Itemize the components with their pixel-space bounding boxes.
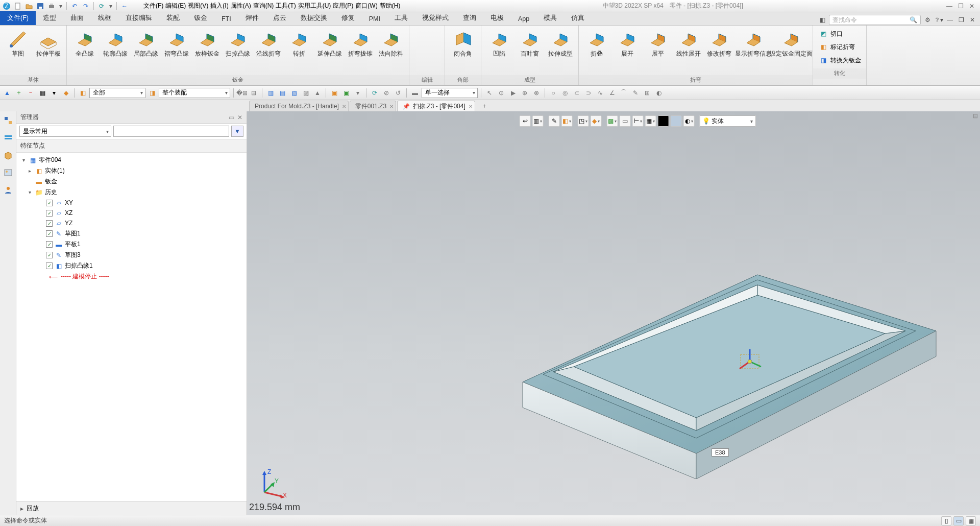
ribbon-tab[interactable]: 工具 — [387, 11, 415, 25]
filter-combo-all[interactable]: 全部 — [89, 88, 145, 98]
rail-cube-icon[interactable] — [2, 149, 14, 161]
bend-button[interactable]: 修改折弯 — [704, 28, 734, 59]
rail-layers-icon[interactable] — [2, 132, 14, 144]
tool-icon[interactable]: ∠ — [607, 88, 617, 98]
ribbon-tab[interactable]: 查询 — [456, 11, 483, 25]
ribbon-tab[interactable]: 电极 — [483, 11, 511, 25]
sheetmetal-button[interactable]: 法向除料 — [376, 28, 406, 59]
gear-icon[interactable]: ⚙ — [923, 15, 932, 25]
sb-view-icon[interactable]: ▭ — [953, 516, 964, 525]
vt-icon[interactable]: ✎ — [549, 115, 560, 127]
ribbon-tab[interactable]: 视觉样式 — [415, 11, 456, 25]
cursor-icon[interactable]: ▲ — [2, 88, 12, 98]
ribbon-tab[interactable]: 装配 — [159, 11, 187, 25]
menu-help[interactable]: 帮助(H) — [380, 2, 401, 10]
bend-button[interactable]: 线性展开 — [674, 28, 703, 59]
tool-icon[interactable]: ⌒ — [619, 88, 629, 98]
tool-icon[interactable]: ▣ — [329, 88, 339, 98]
save-icon[interactable] — [36, 2, 45, 11]
sketch-button[interactable]: 草图 — [3, 28, 33, 59]
minimize-icon[interactable]: — — [945, 2, 953, 10]
vt-icon[interactable]: ◳ — [578, 115, 589, 127]
sb-layout-icon[interactable]: ▯ — [941, 516, 951, 525]
pin-icon[interactable]: 📌 — [403, 103, 410, 110]
tool-icon[interactable]: ⊃ — [583, 88, 594, 98]
menu-app[interactable]: 应用(P) — [333, 2, 353, 10]
vt-icon[interactable]: ▥ — [532, 115, 544, 127]
open-icon[interactable] — [24, 2, 34, 11]
remove-icon[interactable]: － — [26, 88, 36, 98]
sheetmetal-button[interactable]: 放样钣金 — [192, 28, 222, 59]
tool-icon[interactable]: ⟳ — [370, 88, 380, 98]
undo-icon[interactable]: ↶ — [70, 2, 79, 11]
mark-bend-button[interactable]: ◧标记折弯 — [816, 41, 863, 53]
tool-icon[interactable]: ▤ — [277, 88, 287, 98]
menu-tools[interactable]: 工具(T) — [276, 2, 296, 10]
tool-icon[interactable]: ⊗ — [531, 88, 542, 98]
tree-node[interactable]: ✓▬平板1 — [16, 239, 247, 250]
model-stop[interactable]: ⟵----- 建模停止 ----- — [16, 271, 247, 282]
new-tab-button[interactable]: ＋ — [476, 101, 497, 112]
ribbon-tab[interactable]: 钣金 — [187, 11, 214, 25]
filter-combo-assembly[interactable]: 整个装配 — [159, 88, 230, 98]
vt-icon[interactable]: ▩ — [607, 115, 618, 127]
vt-color-swatch[interactable] — [658, 115, 669, 127]
vt-icon[interactable]: ◐ — [683, 115, 695, 127]
vt-icon[interactable]: ↩ — [520, 115, 531, 127]
form-button[interactable]: 凹陷 — [484, 28, 514, 59]
tool-icon[interactable]: �⊞ — [237, 88, 247, 98]
dropdown-icon[interactable]: ▾ — [58, 2, 63, 11]
tool-icon[interactable]: ↺ — [393, 88, 403, 98]
tool-icon[interactable]: ▥ — [265, 88, 276, 98]
new-icon[interactable] — [13, 2, 22, 11]
ribbon-tab[interactable]: 点云 — [266, 11, 293, 25]
display-style-combo[interactable]: 💡实体 — [700, 115, 756, 127]
tool-icon[interactable]: ▶ — [508, 88, 518, 98]
viewport-pin-icon[interactable]: ⊟ — [973, 112, 978, 119]
form-button[interactable]: 百叶窗 — [515, 28, 545, 59]
sheetmetal-button[interactable]: 轮廓凸缘 — [101, 28, 130, 59]
feature-tree[interactable]: ▾▦零件004 ▸◧实体(1) ▬钣金 ▾📁历史 ✓▱XY✓▱XZ✓▱YZ✓✎草… — [16, 153, 247, 501]
sheetmetal-button[interactable]: 延伸凸缘 — [315, 28, 345, 59]
tree-node[interactable]: ✓▱XZ — [16, 208, 247, 218]
vt-icon[interactable]: ◆ — [591, 115, 602, 127]
rail-image-icon[interactable] — [2, 166, 14, 179]
tree-node[interactable]: ▬钣金 — [16, 176, 247, 187]
add-icon[interactable]: ＋ — [14, 88, 24, 98]
filter-button[interactable]: ▼ — [231, 126, 243, 137]
filter-input[interactable] — [113, 126, 229, 137]
bend-button[interactable]: 显示折弯信息 — [735, 28, 772, 59]
tree-node[interactable]: ✓✎草图1 — [16, 228, 247, 239]
filter-cube-icon[interactable]: ◧ — [78, 88, 88, 98]
tool-icon[interactable]: ◎ — [560, 88, 570, 98]
refresh-icon[interactable]: ⟳ — [97, 2, 106, 11]
tool-icon[interactable]: ⊙ — [496, 88, 506, 98]
tool-icon[interactable]: ⊂ — [572, 88, 582, 98]
tool-icon[interactable]: ◐ — [654, 88, 664, 98]
app-icon[interactable]: Z — [2, 2, 11, 11]
box-icon[interactable]: ◆ — [61, 88, 71, 98]
convert-sheetmetal-button[interactable]: ◨转换为钣金 — [816, 54, 863, 66]
cut-button[interactable]: ◩切口 — [816, 28, 863, 40]
menu-window[interactable]: 窗口(W) — [355, 2, 377, 10]
vt-icon[interactable]: ◧ — [561, 115, 573, 127]
ribbon-tab[interactable]: 直接编辑 — [118, 11, 159, 25]
tree-node[interactable]: ✓✎草图3 — [16, 250, 247, 260]
vt-icon[interactable]: ▭ — [620, 115, 631, 127]
inner-close-icon[interactable]: ✕ — [968, 15, 977, 25]
tool-icon[interactable]: ⊞ — [642, 88, 652, 98]
print-icon[interactable] — [47, 2, 56, 11]
sheetmetal-button[interactable]: 扫掠凸缘 — [223, 28, 253, 59]
3d-viewport[interactable]: ⊟ ↩ ▥ ✎ ◧ ◳ ◆ ▩ ▭ ⊢ ▦ ◐ 💡实体 — [247, 111, 980, 515]
help-icon[interactable]: ？▾ — [934, 15, 943, 25]
tool-icon[interactable]: ⊘ — [381, 88, 391, 98]
sb-grid-icon[interactable]: ▦ — [966, 516, 976, 525]
tree-node[interactable]: ✓◧扫掠凸缘1 — [16, 260, 247, 271]
bend-button[interactable]: 展平 — [643, 28, 673, 59]
bend-button[interactable]: 折叠 — [582, 28, 611, 59]
arrow-icon[interactable]: ↖ — [484, 88, 495, 98]
tool-icon[interactable]: ▾ — [353, 88, 363, 98]
ribbon-tab-file[interactable]: 文件(F) — [0, 11, 36, 25]
tool-icon[interactable]: ▣ — [341, 88, 351, 98]
restore-icon[interactable]: ❐ — [957, 2, 965, 10]
